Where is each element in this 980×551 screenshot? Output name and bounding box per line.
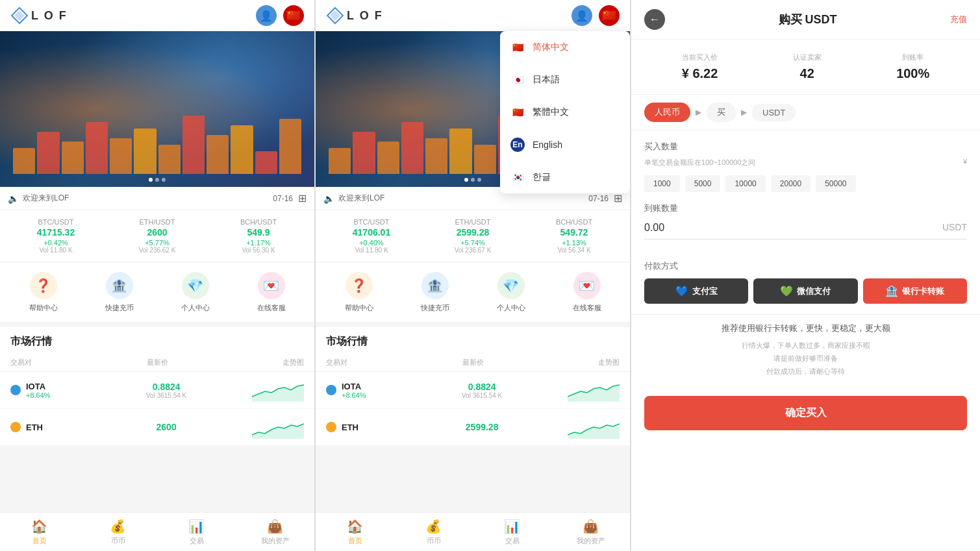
amt-50000[interactable]: 50000 [816,175,855,192]
chart-col-eth-2 [528,415,620,439]
action-charge-2[interactable]: 🏦 快捷充币 [421,272,449,313]
action-support-2[interactable]: 💌 在线客服 [573,272,601,313]
stat-label-price: 当前买入价 [682,53,718,62]
banner-bars-1 [0,109,314,174]
confirm-buy-btn[interactable]: 确定买入 [644,396,967,430]
lang-flag-tw: 🇨🇳 [510,105,525,119]
bank-transfer-btn[interactable]: 🏦 银行卡转账 [863,278,967,304]
nav-assets-1[interactable]: 👜 我的资产 [236,519,314,546]
nav-coin-1[interactable]: 💰 币币 [79,519,157,546]
coin-dot-iota-1 [10,385,21,395]
language-btn-1[interactable]: 🇨🇳 [283,5,304,26]
ticker-pair-1: BTC/USDT [5,218,107,226]
nav-trade-2[interactable]: 📊 交易 [473,519,551,546]
col-pair-2: 交易对 [326,358,347,367]
bottom-nav-1: 🏠 首页 💰 币币 📊 交易 👜 我的资产 [0,512,314,551]
charge-link[interactable]: 充值 [950,14,967,25]
tab-usdt[interactable]: USDT [752,104,796,121]
alipay-icon: 💙 [675,285,688,297]
ticker-btc-1[interactable]: BTC/USDT 41715.32 +0.42% Vol 11.80 K [5,218,107,254]
ticker-change-1: +0.42% [5,239,107,247]
wechat-icon: 💚 [780,285,793,297]
bar [134,129,156,174]
ticker-eth-1[interactable]: ETH/USDT 2600 +5.77% Vol 236.62 K [107,218,208,254]
language-btn-2[interactable]: 🇨🇳 [599,5,620,26]
ticker-bch-1[interactable]: BCH/USDT 549.9 +1.17% Vol 56.30 K [208,218,309,254]
buy-amount-label: 买入数量 [644,141,967,153]
buy-panel-header: ← 购买 USDT 充值 [631,0,980,40]
bar [37,132,59,174]
ticker-btc-2[interactable]: BTC/USDT 41706.01 +0.40% Vol 11.80 K [321,218,422,254]
bar [377,141,399,174]
action-profile-2[interactable]: 💎 个人中心 [497,272,525,313]
lang-item-traditional[interactable]: 🇨🇳 繁體中文 [500,96,630,129]
nav-trade-1[interactable]: 📊 交易 [157,519,236,546]
banner-dots-1 [149,178,166,182]
header-icons-1: 👤 🇨🇳 [256,5,304,26]
coin-icon-1: 💰 [110,519,126,534]
lang-flag-en: En [510,138,525,152]
nav-home-label-1: 首页 [32,536,47,546]
mini-chart-eth-2 [568,415,620,439]
ticker-change-3: +1.17% [208,239,309,247]
market-row-eth-1[interactable]: ETH 2600 [0,409,314,446]
rec-hint-1: 行情火爆，下单人数过多，商家应接不暇 [644,339,967,352]
tab-rmb[interactable]: 人民币 [644,103,690,122]
back-button[interactable]: ← [644,9,665,30]
lang-item-simplified[interactable]: 🇨🇳 简体中文 [500,31,630,64]
rec-hint-3: 付款成功后，请耐心等待 [644,365,967,378]
logo-icon-2 [326,6,344,25]
wechat-btn[interactable]: 💚 微信支付 [753,278,857,304]
nav-home-2[interactable]: 🏠 首页 [316,519,394,546]
ticker-price-2: 2600 [107,227,208,238]
coin-nav-icon-2: 💰 [425,519,442,534]
amt-1000[interactable]: 1000 [644,175,680,192]
amt-5000[interactable]: 5000 [685,175,721,192]
lang-item-korean[interactable]: 🇰🇷 한글 [500,161,630,193]
lang-label-english: English [533,140,562,150]
ticker-vol-2: Vol 236.62 K [107,247,208,254]
action-charge-1[interactable]: 🏦 快捷充币 [105,272,134,313]
market-row-eth-2[interactable]: ETH 2599.28 [316,409,630,446]
nav-assets-2[interactable]: 👜 我的资产 [551,519,630,546]
ticker-message-2: 欢迎来到LOF [338,193,384,204]
grid-icon-1: ⊞ [298,192,307,204]
nav-home-1[interactable]: 🏠 首页 [0,519,79,546]
lang-flag-cn: 🇨🇳 [510,40,525,55]
profile-icon-1: 💎 [182,272,209,299]
lang-item-japanese[interactable]: 🇯🇵 日本語 [500,64,630,96]
receive-input-wrap: 0.00 USDT [644,222,967,239]
action-help-2[interactable]: ❓ 帮助中心 [345,272,373,313]
amt-20000[interactable]: 20000 [771,175,810,192]
amt-10000[interactable]: 10000 [725,175,765,192]
market-row-iota-2[interactable]: IOTA +8.64% 0.8824 Vol 3615.54 K [316,372,630,409]
user-avatar-2[interactable]: 👤 [572,5,592,26]
coin-iota-1: IOTA +8.64% [10,382,121,399]
market-title-2: 市场行情 [316,327,630,354]
app-header-1: L O F 👤 🇨🇳 [0,0,314,31]
price-col-eth-2: 2599.28 [436,422,528,432]
ticker-price-bch-2: 549.72 [523,227,625,238]
nav-coin-2[interactable]: 💰 币币 [394,519,473,546]
nav-assets-label-2: 我的资产 [577,536,605,546]
action-profile-1[interactable]: 💎 个人中心 [181,272,210,313]
market-row-iota-1[interactable]: IOTA +8.64% 0.8824 Vol 3615.54 K [0,372,314,409]
tab-buy[interactable]: 买 [707,103,736,122]
action-help-1[interactable]: ❓ 帮助中心 [29,272,58,313]
nav-coin-label-2: 币币 [427,536,441,546]
banner-1 [0,31,314,187]
alipay-btn[interactable]: 💙 支付宝 [644,278,748,304]
ticker-change-btc-2: +0.40% [321,239,422,247]
rec-hints: 行情火爆，下单人数过多，商家应接不暇 请提前做好够币准备 付款成功后，请耐心等待 [644,339,967,378]
action-support-1[interactable]: 💌 在线客服 [257,272,286,313]
ticker-eth-2[interactable]: ETH/USDT 2599.28 +5.74% Vol 236.67 K [422,218,523,254]
user-avatar-1[interactable]: 👤 [256,5,277,26]
ticker-pair-bch-2: BCH/USDT [523,218,625,226]
mini-chart-iota-2 [568,378,620,402]
nav-assets-label-1: 我的资产 [261,536,290,546]
ticker-vol-eth-2: Vol 236.67 K [422,247,523,254]
lang-item-english[interactable]: En English [500,129,630,161]
coin-dot-eth-2 [326,422,336,432]
market-price-iota-1: 0.8824 [121,382,212,392]
ticker-bch-2[interactable]: BCH/USDT 549.72 +1.13% Vol 56.34 K [523,218,625,254]
